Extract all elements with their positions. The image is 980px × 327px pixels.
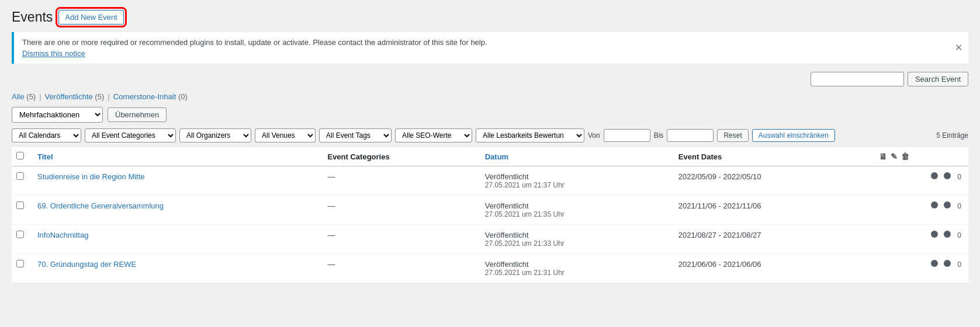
row-checkbox[interactable] <box>16 231 24 238</box>
bis-label: Bis <box>654 131 664 140</box>
th-icon-3: 🗑 <box>901 152 909 161</box>
filter-event-tags[interactable]: All Event Tags <box>319 128 392 142</box>
bis-input[interactable] <box>667 129 714 142</box>
bulk-action-select[interactable]: Mehrfachaktionen <box>12 107 103 123</box>
filter-lesbarkeit[interactable]: Alle Lesbarkeits Bewertun <box>476 128 584 142</box>
th-datum: Datum <box>478 147 671 166</box>
filter-organizers[interactable]: All Organizers <box>179 128 251 142</box>
row-categories-cell: — <box>320 166 477 196</box>
row-event-dates-cell: 2021/11/06 - 2021/11/06 <box>671 196 872 225</box>
page-header: Events Add New Event <box>12 9 968 25</box>
row-checkbox[interactable] <box>16 172 24 180</box>
row-datum-time: 27.05.2021 um 21:35 Uhr <box>485 210 664 218</box>
search-input[interactable] <box>811 72 904 86</box>
row-circle-icon-1 <box>931 201 938 208</box>
search-event-button[interactable]: Search Event <box>908 72 968 86</box>
filter-venues[interactable]: All Venues <box>255 128 316 142</box>
row-checkbox[interactable] <box>16 201 24 209</box>
row-icons-cell: 0 <box>872 254 968 283</box>
row-checkbox-cell <box>12 225 30 254</box>
von-input[interactable] <box>604 129 650 142</box>
row-title-cell: 69. Ordentliche Generalversammlung <box>30 196 320 225</box>
von-label: Von <box>588 131 600 140</box>
bulk-apply-button[interactable]: Übernehmen <box>108 107 167 122</box>
th-icon-2: ✎ <box>891 152 898 161</box>
row-title-link[interactable]: 70. Gründungstag der REWE <box>37 260 136 269</box>
row-datum-time: 27.05.2021 um 21:37 Uhr <box>485 181 664 189</box>
th-titel-link[interactable]: Titel <box>37 152 53 161</box>
entries-count: 5 Einträge <box>936 131 968 140</box>
row-circle-icon-2 <box>944 260 951 267</box>
th-icon-1: 🖥 <box>879 152 887 161</box>
notice-box: There are one or more required or recomm… <box>12 32 968 64</box>
row-count: 0 <box>957 231 961 239</box>
row-event-dates-cell: 2022/05/09 - 2022/05/10 <box>671 166 872 196</box>
row-count: 0 <box>957 260 961 269</box>
row-datum-cell: Veröffentlicht 27.05.2021 um 21:31 Uhr <box>478 254 671 283</box>
row-icons-cell: 0 <box>872 225 968 254</box>
row-datum-status: Veröffentlicht <box>485 231 664 239</box>
status-link-veroeffentlichte[interactable]: Veröffentlichte (5) <box>45 92 105 101</box>
th-event-categories: Event Categories <box>320 147 477 166</box>
table-row: 69. Ordentliche Generalversammlung — Ver… <box>12 196 968 225</box>
row-datum-time: 27.05.2021 um 21:31 Uhr <box>485 269 664 277</box>
row-checkbox-cell <box>12 196 30 225</box>
row-event-dates-cell: 2021/06/06 - 2021/06/06 <box>671 254 872 283</box>
row-circle-icon-2 <box>944 172 951 179</box>
status-link-alle[interactable]: Alle (5) <box>12 92 36 101</box>
row-datum-cell: Veröffentlicht 27.05.2021 um 21:37 Uhr <box>478 166 671 196</box>
row-datum-cell: Veröffentlicht 27.05.2021 um 21:35 Uhr <box>478 196 671 225</box>
row-icons-cell: 0 <box>872 196 968 225</box>
row-count: 0 <box>957 173 961 181</box>
row-count: 0 <box>957 202 961 210</box>
row-title-cell: 70. Gründungstag der REWE <box>30 254 320 283</box>
row-title-link[interactable]: Studienreise in die Region Mitte <box>37 172 145 181</box>
row-title-link[interactable]: 69. Ordentliche Generalversammlung <box>37 201 164 210</box>
bulk-actions-row: Mehrfachaktionen Übernehmen <box>12 107 968 123</box>
row-datum-time: 27.05.2021 um 21:33 Uhr <box>485 239 664 248</box>
row-datum-status: Veröffentlicht <box>485 201 664 210</box>
row-circle-icon-2 <box>944 231 951 238</box>
table-row: InfoNachmittag — Veröffentlicht 27.05.20… <box>12 225 968 254</box>
th-icons-col: 🖥 ✎ 🗑 <box>872 147 968 166</box>
th-titel: Titel <box>30 147 320 166</box>
row-checkbox[interactable] <box>16 260 24 267</box>
row-circle-icon-1 <box>931 260 938 267</box>
row-circle-icon-1 <box>931 231 938 238</box>
status-links: Alle (5) | Veröffentlichte (5) | Corners… <box>12 92 968 101</box>
filter-seo-werte[interactable]: Alle SEO-Werte <box>395 128 472 142</box>
row-title-cell: InfoNachmittag <box>30 225 320 254</box>
reset-button[interactable]: Reset <box>717 129 748 142</box>
row-event-dates-cell: 2021/08/27 - 2021/08/27 <box>671 225 872 254</box>
search-bar: Search Event <box>12 72 968 86</box>
table-header-row: Titel Event Categories Datum Event Dates… <box>12 147 968 166</box>
restrict-button[interactable]: Auswahl einschränken <box>752 129 835 142</box>
filter-row: All Calendars All Event Categories All O… <box>12 128 968 142</box>
row-categories-cell: — <box>320 196 477 225</box>
row-categories-cell: — <box>320 225 477 254</box>
row-circle-icon-1 <box>931 172 938 179</box>
row-checkbox-cell <box>12 254 30 283</box>
row-circle-icon-2 <box>944 201 951 208</box>
page-title: Events <box>12 9 53 25</box>
th-event-dates: Event Dates <box>671 147 872 166</box>
row-datum-status: Veröffentlicht <box>485 260 664 269</box>
th-checkbox <box>12 147 30 166</box>
filter-calendars[interactable]: All Calendars <box>12 128 81 142</box>
notice-close-button[interactable]: ✕ <box>955 43 962 53</box>
dismiss-notice-link[interactable]: Dismiss this notice <box>22 49 85 58</box>
row-categories-cell: — <box>320 254 477 283</box>
row-datum-cell: Veröffentlicht 27.05.2021 um 21:33 Uhr <box>478 225 671 254</box>
table-row: 70. Gründungstag der REWE — Veröffentlic… <box>12 254 968 283</box>
th-datum-link[interactable]: Datum <box>485 152 508 161</box>
select-all-checkbox[interactable] <box>16 152 24 159</box>
table-row: Studienreise in die Region Mitte — Veröf… <box>12 166 968 196</box>
add-new-event-button[interactable]: Add New Event <box>58 10 124 25</box>
row-icons-cell: 0 <box>872 166 968 196</box>
row-title-link[interactable]: InfoNachmittag <box>37 231 88 239</box>
events-tbody: Studienreise in die Region Mitte — Veröf… <box>12 166 968 283</box>
row-checkbox-cell <box>12 166 30 196</box>
events-table: Titel Event Categories Datum Event Dates… <box>12 147 968 283</box>
filter-event-categories[interactable]: All Event Categories <box>85 128 176 142</box>
status-link-cornerstone[interactable]: Cornerstone-Inhalt (0) <box>113 92 188 101</box>
